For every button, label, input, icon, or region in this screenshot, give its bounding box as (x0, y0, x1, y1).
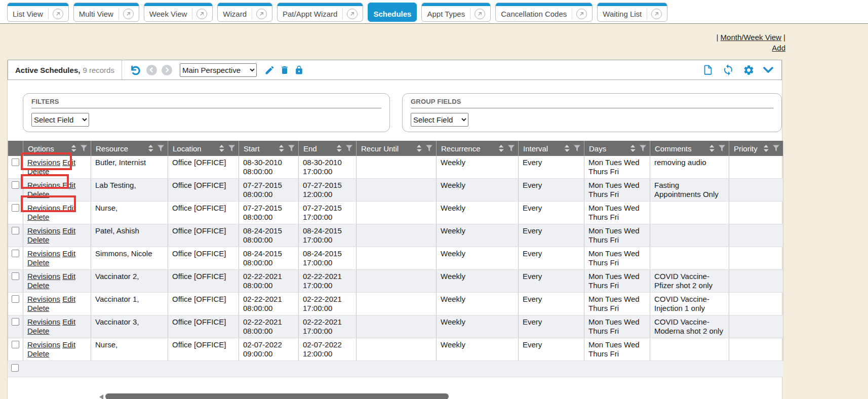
filter-funnel-icon[interactable] (345, 145, 353, 152)
revisions-link[interactable]: Revisions (27, 295, 60, 303)
sort-icon[interactable] (71, 144, 76, 152)
tab-cancellation-codes[interactable]: Cancellation Codes (495, 3, 593, 22)
edit-link[interactable]: Edit (62, 295, 75, 303)
gear-icon[interactable] (743, 64, 755, 76)
sort-icon[interactable] (336, 144, 342, 152)
tab-appt-types[interactable]: Appt Types (421, 3, 491, 22)
edit-link[interactable]: Edit (62, 204, 75, 212)
trash-icon[interactable] (280, 65, 290, 75)
row-checkbox[interactable] (12, 272, 19, 280)
revisions-link[interactable]: Revisions (27, 158, 60, 167)
revisions-link[interactable]: Revisions (27, 181, 60, 189)
column-header-label: Interval (523, 144, 564, 153)
priority-cell (729, 315, 783, 338)
chevron-down-icon[interactable] (763, 67, 773, 73)
lock-icon[interactable] (294, 65, 304, 75)
refresh-icon[interactable] (722, 64, 734, 76)
filter-funnel-icon[interactable] (639, 145, 647, 152)
options-cell: Revisions Edit Delete (23, 156, 91, 179)
revisions-link[interactable]: Revisions (27, 317, 60, 326)
open-in-new-window-icon[interactable] (475, 9, 485, 19)
tab-schedules[interactable]: Schedules (368, 3, 417, 22)
edit-link[interactable]: Edit (62, 249, 75, 258)
open-in-new-window-icon[interactable] (576, 9, 587, 19)
sort-icon[interactable] (219, 144, 224, 152)
edit-link[interactable]: Edit (62, 272, 75, 281)
add-link[interactable]: Add (772, 44, 785, 52)
filter-funnel-icon[interactable] (80, 145, 88, 152)
filter-funnel-icon[interactable] (157, 145, 165, 152)
delete-link[interactable]: Delete (27, 327, 49, 335)
tab-week-view[interactable]: Week View (144, 3, 213, 22)
sort-icon[interactable] (498, 144, 504, 152)
open-in-new-window-icon[interactable] (256, 9, 267, 19)
delete-link[interactable]: Delete (27, 281, 49, 290)
scrollbar-thumb[interactable] (105, 393, 449, 399)
sort-icon[interactable] (763, 144, 769, 152)
tab-wizard[interactable]: Wizard (217, 3, 272, 22)
delete-link[interactable]: Delete (27, 258, 49, 267)
sort-icon[interactable] (148, 144, 153, 152)
row-checkbox[interactable] (12, 318, 19, 326)
delete-link[interactable]: Delete (27, 190, 49, 198)
open-in-new-window-icon[interactable] (196, 9, 207, 19)
delete-link[interactable]: Delete (27, 167, 49, 176)
delete-link[interactable]: Delete (27, 304, 49, 312)
tab-list-view[interactable]: List View (7, 3, 69, 22)
edit-link[interactable]: Edit (62, 317, 75, 326)
next-circle-icon[interactable] (162, 65, 172, 75)
filter-funnel-icon[interactable] (573, 145, 581, 152)
perspective-select[interactable]: Main Perspective (180, 63, 257, 77)
resource-cell: Lab Testing, (91, 179, 168, 202)
revisions-link[interactable]: Revisions (27, 272, 60, 281)
edit-link[interactable]: Edit (62, 226, 75, 235)
filter-funnel-icon[interactable] (718, 145, 726, 152)
filter-funnel-icon[interactable] (288, 145, 295, 152)
sort-icon[interactable] (416, 144, 422, 152)
delete-link[interactable]: Delete (27, 213, 49, 221)
tab-divider (119, 8, 119, 19)
row-checkbox[interactable] (12, 181, 19, 189)
delete-link[interactable]: Delete (27, 349, 49, 358)
row-checkbox[interactable] (12, 204, 19, 212)
filter-funnel-icon[interactable] (507, 145, 515, 152)
filter-funnel-icon[interactable] (425, 145, 433, 152)
sort-icon[interactable] (630, 144, 636, 152)
open-in-new-window-icon[interactable] (347, 9, 358, 19)
delete-link[interactable]: Delete (27, 235, 49, 244)
table-header-row: Options Resource (8, 141, 783, 156)
group-fields-select[interactable]: Select Field (411, 113, 468, 127)
new-document-icon[interactable] (702, 64, 714, 76)
tab-pat-appt-wizard[interactable]: Pat/Appt Wizard (277, 3, 363, 22)
filter-funnel-icon[interactable] (772, 145, 780, 152)
sort-icon[interactable] (279, 144, 284, 152)
open-in-new-window-icon[interactable] (651, 9, 662, 19)
edit-link[interactable]: Edit (62, 158, 75, 167)
revisions-link[interactable]: Revisions (27, 204, 60, 212)
revisions-link[interactable]: Revisions (27, 340, 60, 349)
prev-circle-icon[interactable] (146, 65, 157, 75)
row-checkbox[interactable] (12, 341, 19, 348)
row-checkbox[interactable] (12, 227, 19, 234)
undo-icon[interactable] (129, 64, 142, 76)
scroll-left-arrow-icon[interactable] (99, 394, 103, 399)
sort-icon[interactable] (564, 144, 570, 152)
edit-link[interactable]: Edit (62, 340, 75, 349)
row-checkbox[interactable] (12, 295, 19, 303)
edit-link[interactable]: Edit (62, 181, 75, 189)
filters-field-select[interactable]: Select Field (31, 113, 89, 127)
separator: | (783, 33, 785, 42)
tab-multi-view[interactable]: Multi View (73, 3, 139, 22)
edit-pencil-icon[interactable] (264, 65, 275, 75)
row-checkbox[interactable] (12, 250, 19, 257)
row-checkbox[interactable] (12, 158, 19, 166)
month-week-view-link[interactable]: Month/Week View (721, 33, 781, 42)
open-in-new-window-icon[interactable] (123, 9, 134, 19)
revisions-link[interactable]: Revisions (27, 226, 60, 235)
open-in-new-window-icon[interactable] (53, 9, 63, 19)
tab-waiting-list[interactable]: Waiting List (597, 3, 667, 22)
filter-funnel-icon[interactable] (228, 145, 235, 152)
footer-row-checkbox[interactable] (11, 364, 19, 372)
revisions-link[interactable]: Revisions (27, 249, 60, 258)
sort-icon[interactable] (709, 144, 715, 152)
